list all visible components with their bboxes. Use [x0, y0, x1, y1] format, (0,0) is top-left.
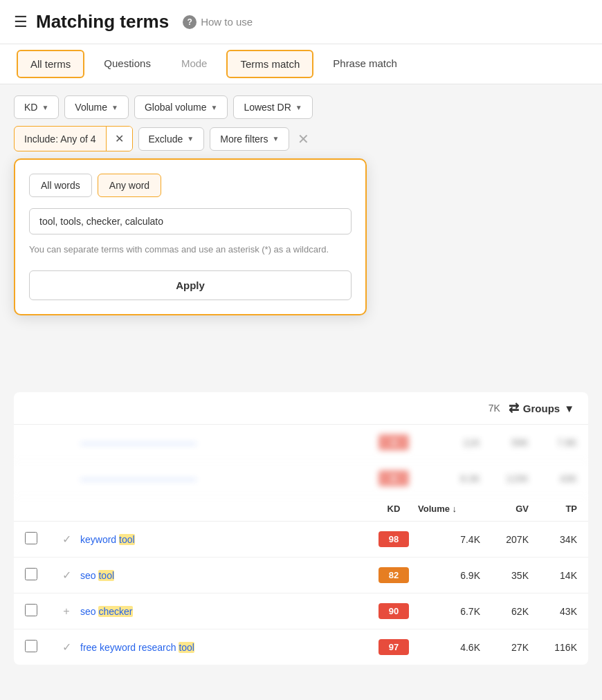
kd-badge: 97 [378, 639, 409, 655]
popup-tabs: All words Any word [29, 174, 352, 197]
kd-filter-label: KD [24, 102, 37, 113]
kd-badge: 82 [378, 567, 409, 583]
all-words-tab[interactable]: All words [29, 174, 92, 197]
tp-cell: 116K [529, 642, 577, 653]
filter-row-2: Include: Any of 4 ✕ Exclude ▼ More filte… [14, 126, 588, 151]
volume-cell: 8.3K [418, 473, 480, 484]
table-row: ✓ keyword tool 98 7.4K 207K 34K [14, 522, 588, 558]
more-filters-button[interactable]: More filters ▼ [210, 127, 289, 151]
tp-cell: 7.8K [529, 437, 577, 448]
row-checkbox[interactable] [25, 532, 37, 544]
keyword-highlight: tool [98, 570, 114, 581]
include-filter-label[interactable]: Include: Any of 4 [15, 128, 106, 150]
tp-cell: 43K [529, 606, 577, 617]
how-to-use-label: How to use [201, 16, 253, 28]
tp-cell: 43K [529, 473, 577, 484]
table-row: + seo checker 90 6.7K 62K 43K [14, 593, 588, 629]
gv-cell: 27K [480, 642, 529, 653]
table-row: ———————————— 6 8.3K 115K 43K [14, 461, 588, 497]
volume-filter-button[interactable]: Volume ▼ [64, 95, 129, 119]
tp-cell: 34K [529, 534, 577, 545]
tab-all-terms[interactable]: All terms [17, 50, 84, 78]
keyword-cell[interactable]: seo checker [80, 606, 370, 617]
col-header-volume[interactable]: Volume ↓ [418, 504, 480, 514]
keyword-highlight: checker [98, 606, 132, 617]
kd-badge: 6 [378, 470, 409, 486]
include-filter-close-button[interactable]: ✕ [106, 127, 132, 151]
tab-questions[interactable]: Questions [90, 45, 165, 84]
kd-chevron-icon: ▼ [42, 104, 48, 111]
hamburger-icon[interactable]: ☰ [14, 13, 28, 31]
filter-row-1: KD ▼ Volume ▼ Global volume ▼ Lowest DR … [14, 95, 588, 119]
kd-badge: 4 [378, 434, 409, 450]
global-volume-filter-button[interactable]: Global volume ▼ [134, 95, 228, 119]
results-table: 7K ⇄ Groups ▼ ———————————— 4 11K 59K 7.8… [14, 392, 588, 665]
table-header: KD Volume ↓ GV TP [14, 497, 588, 522]
row-status-icon: ✓ [53, 641, 80, 654]
gv-cell: 35K [480, 570, 529, 581]
include-terms-input[interactable] [29, 208, 352, 234]
content-area: KD ▼ Volume ▼ Global volume ▼ Lowest DR … [0, 84, 602, 676]
exclude-filter-button[interactable]: Exclude ▼ [138, 127, 205, 151]
groups-button[interactable]: ⇄ Groups ▼ [509, 400, 574, 416]
keyword-highlight: tool [179, 642, 194, 653]
lowest-dr-filter-label: Lowest DR [244, 102, 291, 113]
tab-terms-match[interactable]: Terms match [226, 50, 313, 78]
tabs-bar: All terms Questions Mode Terms match Phr… [0, 44, 602, 84]
clear-all-filters-button[interactable]: ✕ [295, 128, 312, 150]
row-checkbox[interactable] [25, 640, 37, 652]
col-header-tp: TP [529, 504, 577, 514]
popup-hint-text: You can separate terms with commas and u… [29, 243, 352, 257]
row-status-icon: + [53, 605, 80, 618]
keyword-highlight: tool [119, 534, 135, 545]
volume-cell: 6.9K [418, 570, 480, 581]
global-volume-filter-label: Global volume [145, 102, 207, 113]
exclude-filter-label: Exclude [149, 133, 183, 145]
keyword-cell[interactable]: seo tool [80, 570, 370, 581]
col-header-kd: KD [370, 504, 418, 514]
kd-filter-button[interactable]: KD ▼ [14, 95, 59, 119]
volume-cell: 7.4K [418, 534, 480, 545]
gv-cell: 207K [480, 534, 529, 545]
popup-apply-button[interactable]: Apply [29, 270, 352, 300]
groups-chevron-icon: ▼ [564, 403, 574, 414]
keyword-cell[interactable]: free keyword research tool [80, 642, 370, 653]
table-row: ✓ seo tool 82 6.9K 35K 14K [14, 558, 588, 593]
volume-cell: 11K [418, 437, 480, 448]
exclude-chevron-icon: ▼ [187, 135, 194, 142]
lowest-dr-chevron-icon: ▼ [295, 104, 302, 111]
volume-chevron-icon: ▼ [111, 104, 118, 111]
gv-cell: 59K [480, 437, 529, 448]
groups-icon: ⇄ [509, 400, 519, 416]
volume-cell: 6.7K [418, 606, 480, 617]
keyword-cell: ———————————— [80, 437, 370, 448]
header: ☰ Matching terms ? How to use [0, 0, 602, 44]
volume-note: 7K [489, 403, 500, 414]
popup-overlay: All words Any word You can separate term… [14, 158, 588, 665]
row-status-icon: ✓ [53, 533, 80, 546]
volume-cell: 4.6K [418, 642, 480, 653]
kd-badge: 98 [378, 531, 409, 547]
table-toolbar: 7K ⇄ Groups ▼ [14, 392, 588, 425]
page-title: Matching terms [36, 11, 169, 33]
keyword-cell[interactable]: keyword tool [80, 534, 370, 545]
volume-filter-label: Volume [75, 102, 107, 113]
more-filters-chevron-icon: ▼ [272, 135, 279, 142]
more-filters-label: More filters [220, 133, 268, 145]
tab-phrase-match[interactable]: Phrase match [319, 45, 411, 84]
any-word-tab[interactable]: Any word [98, 174, 161, 197]
row-checkbox[interactable] [25, 604, 37, 616]
row-status-icon: ✓ [53, 569, 80, 582]
gv-cell: 62K [480, 606, 529, 617]
row-checkbox[interactable] [25, 568, 37, 580]
keyword-cell: ———————————— [80, 473, 370, 484]
tab-mode[interactable]: Mode [167, 45, 221, 84]
tp-cell: 14K [529, 570, 577, 581]
how-to-use-button[interactable]: ? How to use [183, 15, 253, 29]
table-row: ✓ free keyword research tool 97 4.6K 27K… [14, 629, 588, 665]
groups-label: Groups [523, 403, 560, 414]
include-popup: All words Any word You can separate term… [14, 158, 367, 315]
table-row: ———————————— 4 11K 59K 7.8K [14, 425, 588, 461]
col-header-gv: GV [480, 504, 529, 514]
lowest-dr-filter-button[interactable]: Lowest DR ▼ [233, 95, 312, 119]
